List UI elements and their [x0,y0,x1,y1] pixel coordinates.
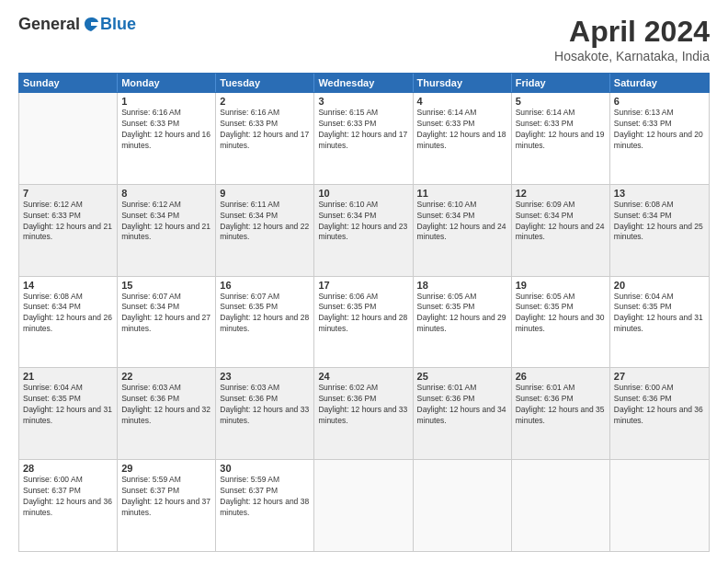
day-number: 30 [220,463,310,474]
day-cell-3: 3Sunrise: 6:15 AMSunset: 6:33 PMDaylight… [314,93,413,184]
day-cell-20: 20Sunrise: 6:04 AMSunset: 6:35 PMDayligh… [610,277,709,368]
cell-info: Sunrise: 6:08 AMSunset: 6:34 PMDaylight:… [614,200,705,244]
cell-info: Sunrise: 6:05 AMSunset: 6:35 PMDaylight:… [417,292,507,336]
day-cell-25: 25Sunrise: 6:01 AMSunset: 6:36 PMDayligh… [414,368,512,459]
day-cell-22: 22Sunrise: 6:03 AMSunset: 6:36 PMDayligh… [118,368,216,459]
header: General Blue April 2024 Hosakote, Karnat… [18,15,710,63]
cell-info: Sunrise: 6:16 AMSunset: 6:33 PMDaylight:… [121,108,211,152]
cell-info: Sunrise: 6:00 AMSunset: 6:37 PMDaylight:… [23,475,113,519]
cell-info: Sunrise: 6:02 AMSunset: 6:36 PMDaylight:… [318,383,408,427]
day-number: 2 [220,96,310,107]
day-cell-18: 18Sunrise: 6:05 AMSunset: 6:35 PMDayligh… [414,277,512,368]
empty-cell [19,93,118,184]
day-cell-1: 1Sunrise: 6:16 AMSunset: 6:33 PMDaylight… [118,93,216,184]
cell-info: Sunrise: 6:07 AMSunset: 6:34 PMDaylight:… [121,292,211,336]
logo-general: General [18,15,80,34]
logo: General Blue [18,15,136,34]
logo-blue: Blue [100,15,136,34]
day-number: 13 [614,188,705,199]
day-cell-11: 11Sunrise: 6:10 AMSunset: 6:34 PMDayligh… [414,185,512,276]
day-number: 7 [23,188,113,199]
day-number: 11 [417,188,507,199]
day-number: 19 [516,280,606,291]
day-header-monday: Monday [118,74,216,92]
day-header-wednesday: Wednesday [314,74,413,92]
day-number: 17 [318,280,408,291]
day-header-friday: Friday [512,74,610,92]
day-number: 12 [516,188,606,199]
cell-info: Sunrise: 6:08 AMSunset: 6:34 PMDaylight:… [23,292,113,336]
calendar-header: SundayMondayTuesdayWednesdayThursdayFrid… [18,73,710,93]
day-cell-17: 17Sunrise: 6:06 AMSunset: 6:35 PMDayligh… [314,277,413,368]
cell-info: Sunrise: 6:13 AMSunset: 6:33 PMDaylight:… [614,108,705,152]
calendar-row-5: 28Sunrise: 6:00 AMSunset: 6:37 PMDayligh… [19,460,709,551]
day-header-saturday: Saturday [610,74,709,92]
calendar-row-3: 14Sunrise: 6:08 AMSunset: 6:34 PMDayligh… [19,277,709,369]
day-number: 25 [417,371,507,382]
calendar-row-4: 21Sunrise: 6:04 AMSunset: 6:35 PMDayligh… [19,368,709,460]
cell-info: Sunrise: 6:05 AMSunset: 6:35 PMDaylight:… [516,292,606,336]
day-cell-29: 29Sunrise: 5:59 AMSunset: 6:37 PMDayligh… [118,460,216,551]
day-number: 3 [318,96,408,107]
day-cell-2: 2Sunrise: 6:16 AMSunset: 6:33 PMDaylight… [216,93,314,184]
cell-info: Sunrise: 6:04 AMSunset: 6:35 PMDaylight:… [614,292,705,336]
day-cell-23: 23Sunrise: 6:03 AMSunset: 6:36 PMDayligh… [216,368,314,459]
day-cell-19: 19Sunrise: 6:05 AMSunset: 6:35 PMDayligh… [512,277,610,368]
day-header-thursday: Thursday [414,74,512,92]
day-cell-27: 27Sunrise: 6:00 AMSunset: 6:36 PMDayligh… [610,368,709,459]
day-number: 28 [23,463,113,474]
day-cell-24: 24Sunrise: 6:02 AMSunset: 6:36 PMDayligh… [314,368,413,459]
empty-cell [314,460,413,551]
cell-info: Sunrise: 6:11 AMSunset: 6:34 PMDaylight:… [220,200,310,244]
day-number: 1 [121,96,211,107]
day-number: 22 [121,371,211,382]
page: General Blue April 2024 Hosakote, Karnat… [0,0,728,563]
calendar-body: 1Sunrise: 6:16 AMSunset: 6:33 PMDaylight… [18,93,710,552]
day-cell-7: 7Sunrise: 6:12 AMSunset: 6:33 PMDaylight… [19,185,118,276]
day-cell-28: 28Sunrise: 6:00 AMSunset: 6:37 PMDayligh… [19,460,118,551]
cell-info: Sunrise: 6:10 AMSunset: 6:34 PMDaylight:… [417,200,507,244]
cell-info: Sunrise: 5:59 AMSunset: 6:37 PMDaylight:… [121,475,211,519]
day-cell-8: 8Sunrise: 6:12 AMSunset: 6:34 PMDaylight… [118,185,216,276]
cell-info: Sunrise: 6:03 AMSunset: 6:36 PMDaylight:… [220,383,310,427]
day-cell-12: 12Sunrise: 6:09 AMSunset: 6:34 PMDayligh… [512,185,610,276]
title-section: April 2024 Hosakote, Karnataka, India [554,15,710,63]
day-number: 26 [516,371,606,382]
cell-info: Sunrise: 6:01 AMSunset: 6:36 PMDaylight:… [516,383,606,427]
day-number: 10 [318,188,408,199]
day-number: 16 [220,280,310,291]
cell-info: Sunrise: 6:12 AMSunset: 6:33 PMDaylight:… [23,200,113,244]
cell-info: Sunrise: 6:06 AMSunset: 6:35 PMDaylight:… [318,292,408,336]
subtitle: Hosakote, Karnataka, India [554,49,710,63]
cell-info: Sunrise: 6:09 AMSunset: 6:34 PMDaylight:… [516,200,606,244]
day-cell-6: 6Sunrise: 6:13 AMSunset: 6:33 PMDaylight… [610,93,709,184]
day-cell-13: 13Sunrise: 6:08 AMSunset: 6:34 PMDayligh… [610,185,709,276]
cell-info: Sunrise: 6:03 AMSunset: 6:36 PMDaylight:… [121,383,211,427]
cell-info: Sunrise: 6:14 AMSunset: 6:33 PMDaylight:… [417,108,507,152]
cell-info: Sunrise: 6:16 AMSunset: 6:33 PMDaylight:… [220,108,310,152]
day-number: 15 [121,280,211,291]
cell-info: Sunrise: 6:07 AMSunset: 6:35 PMDaylight:… [220,292,310,336]
day-number: 9 [220,188,310,199]
day-number: 23 [220,371,310,382]
calendar-row-1: 1Sunrise: 6:16 AMSunset: 6:33 PMDaylight… [19,93,709,185]
day-number: 5 [516,96,606,107]
day-number: 14 [23,280,113,291]
day-cell-30: 30Sunrise: 5:59 AMSunset: 6:37 PMDayligh… [216,460,314,551]
cell-info: Sunrise: 6:04 AMSunset: 6:35 PMDaylight:… [23,383,113,427]
empty-cell [414,460,512,551]
cell-info: Sunrise: 6:14 AMSunset: 6:33 PMDaylight:… [516,108,606,152]
day-number: 29 [121,463,211,474]
cell-info: Sunrise: 6:15 AMSunset: 6:33 PMDaylight:… [318,108,408,152]
day-cell-4: 4Sunrise: 6:14 AMSunset: 6:33 PMDaylight… [414,93,512,184]
day-cell-10: 10Sunrise: 6:10 AMSunset: 6:34 PMDayligh… [314,185,413,276]
cell-info: Sunrise: 6:10 AMSunset: 6:34 PMDaylight:… [318,200,408,244]
calendar-row-2: 7Sunrise: 6:12 AMSunset: 6:33 PMDaylight… [19,185,709,277]
day-number: 20 [614,280,705,291]
logo-icon [82,16,100,34]
day-number: 27 [614,371,705,382]
day-cell-5: 5Sunrise: 6:14 AMSunset: 6:33 PMDaylight… [512,93,610,184]
day-cell-21: 21Sunrise: 6:04 AMSunset: 6:35 PMDayligh… [19,368,118,459]
day-number: 18 [417,280,507,291]
day-cell-9: 9Sunrise: 6:11 AMSunset: 6:34 PMDaylight… [216,185,314,276]
